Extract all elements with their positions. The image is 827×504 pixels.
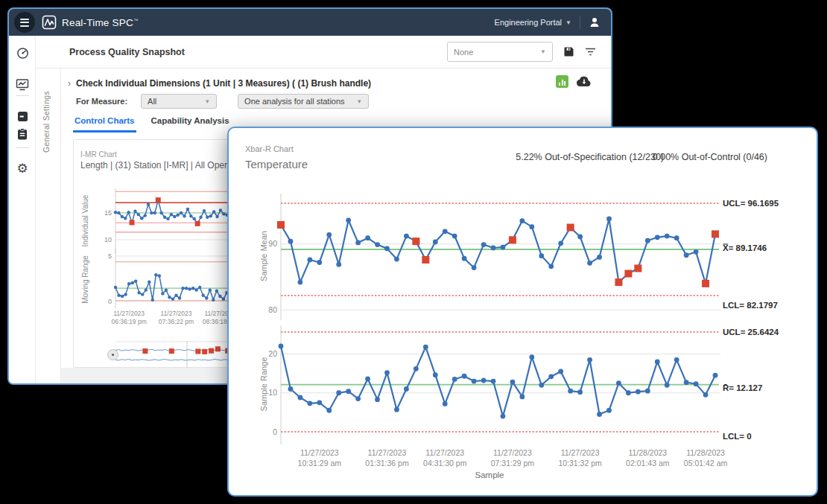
x-axis-tick-label: 11/27/202307:31:29 pm (491, 447, 534, 468)
sidebar-divider (16, 147, 29, 148)
sample-mean-chart: 8090 (259, 194, 720, 320)
brand-logo-icon (42, 15, 57, 30)
device-icon[interactable] (15, 109, 30, 124)
sidebar: ⚙ (9, 36, 36, 383)
xbar-chart-type-label: Xbar-R Chart (245, 144, 294, 153)
out-of-spec-stat: 5.22% Out-of-Specification (12/230) (516, 152, 664, 162)
settings-panel-strip: General Settings (36, 68, 61, 383)
portal-selector[interactable]: Engineering Portal▼ (495, 18, 571, 27)
filter-icon[interactable] (585, 47, 596, 57)
mean-ucl-label: UCL= 96.1695 (723, 199, 779, 208)
tab-control-charts[interactable]: Control Charts (73, 112, 136, 133)
measure-row: For Measure: All▼ One analysis for all s… (76, 94, 369, 109)
menu-icon[interactable] (14, 12, 35, 33)
x-axis-tick-label: 11/27/202301:31:36 pm (365, 447, 408, 468)
navbar-right: Engineering Portal▼ (495, 9, 601, 36)
download-cloud-icon[interactable] (576, 76, 592, 87)
user-icon[interactable] (589, 16, 601, 28)
svg-text:5: 5 (108, 252, 112, 260)
range-center-label: R̄= 12.127 (723, 383, 762, 392)
chevron-down-icon: ▼ (565, 19, 571, 26)
save-icon[interactable] (563, 46, 574, 57)
out-of-control-stat: 0.00% Out-of-Control (0/46) (653, 152, 767, 162)
chevron-down-icon: ▼ (540, 48, 546, 55)
individual-value-chart: 1015 (99, 188, 244, 254)
sample-range-chart: 01020 (259, 325, 720, 444)
clipboard-icon[interactable] (15, 127, 30, 141)
imr-chart-subtitle: Length | (31) Station [I-MR] | All Opera… (80, 160, 247, 170)
x-axis-tick-label: 11/27/202306:36:19 pm (111, 310, 146, 326)
navbar-divider (580, 16, 580, 29)
screen: Real-Time SPC™ Engineering Portal▼ (0, 0, 827, 504)
sample-axis-title: Sample (259, 470, 720, 479)
svg-text:80: 80 (268, 305, 277, 314)
routine-actions (556, 75, 592, 88)
svg-text:90: 90 (268, 239, 277, 248)
svg-text:0: 0 (108, 298, 112, 305)
xbar-chart-title: Temperature (245, 158, 308, 170)
moving-range-axis-label: Moving Range (81, 250, 89, 310)
imr-chart-type-label: I-MR Chart (80, 150, 117, 159)
settings-panel-label: General Settings (42, 91, 51, 153)
moving-range-chart: 05 (99, 249, 244, 308)
svg-text:15: 15 (104, 209, 112, 217)
x-axis-tick-label: 11/28/202305:01:42 am (684, 447, 727, 468)
analysis-select[interactable]: One analysis for all stations▼ (238, 94, 369, 109)
top-navbar: Real-Time SPC™ Engineering Portal▼ (9, 9, 611, 36)
chevron-down-icon: ▼ (204, 98, 210, 105)
brand-name: Real-Time SPC™ (62, 17, 139, 28)
mean-lcl-label: LCL= 82.1797 (723, 301, 778, 310)
x-axis-tick-label: 11/28/202302:01:43 am (626, 447, 669, 468)
chevron-down-icon: ▼ (356, 98, 362, 105)
preset-select[interactable]: None▼ (447, 42, 553, 62)
page-header: Process Quality Snapshot None▼ (36, 36, 611, 68)
range-lcl-label: LCL= 0 (723, 432, 752, 441)
xbar-r-window: Xbar-R Chart Temperature 5.22% Out-of-Sp… (227, 127, 818, 497)
page-title: Process Quality Snapshot (69, 47, 185, 57)
brand: Real-Time SPC™ (42, 9, 139, 36)
individual-value-axis-label: Individual Value (81, 191, 89, 251)
tab-bar: Control Charts Capability Analysis (73, 112, 231, 133)
collapse-panel-chevron[interactable]: › (68, 78, 71, 89)
sidebar-divider (16, 95, 29, 96)
range-navigator[interactable] (114, 339, 241, 369)
settings-gear-icon[interactable]: ⚙ (15, 161, 30, 176)
x-axis-tick-label: 11/27/202307:36:22 pm (159, 310, 194, 326)
svg-text:20: 20 (268, 349, 277, 358)
x-axis-tick-label: 11/27/202304:31:30 pm (423, 447, 466, 468)
x-axis-tick-label: 11/27/202310:31:29 am (298, 447, 341, 468)
for-measure-label: For Measure: (76, 97, 127, 106)
svg-text:0: 0 (273, 427, 277, 436)
range-ucl-label: UCL= 25.6424 (723, 328, 779, 336)
svg-text:10: 10 (268, 388, 277, 397)
chart-view-button[interactable] (556, 75, 568, 88)
header-controls: None▼ (447, 42, 596, 62)
x-axis-tick-label: 11/27/202310:31:32 pm (558, 447, 601, 468)
monitor-chart-icon[interactable] (15, 77, 30, 92)
mean-center-label: X̿= 89.1746 (723, 243, 767, 252)
routine-title: Check Individual Dimensions (1 Unit | 3 … (76, 78, 371, 89)
dashboard-gauge-icon[interactable] (15, 45, 30, 60)
measure-select[interactable]: All▼ (141, 94, 217, 109)
tab-capability-analysis[interactable]: Capability Analysis (150, 112, 231, 133)
svg-text:10: 10 (104, 236, 112, 243)
